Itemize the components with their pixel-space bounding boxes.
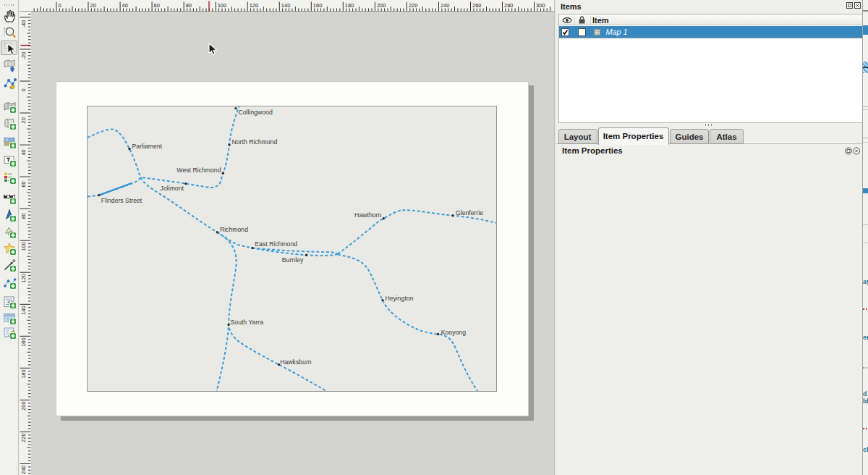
svg-text:140: 140 — [20, 306, 27, 315]
svg-text:240: 240 — [441, 2, 450, 9]
svg-text:100: 100 — [218, 2, 227, 9]
svg-text:0: 0 — [59, 2, 61, 9]
svg-text:South Yarra: South Yarra — [231, 319, 264, 326]
svg-text:Flinders Street: Flinders Street — [101, 197, 142, 204]
svg-text:Hawksburn: Hawksburn — [280, 358, 312, 366]
svg-text:260: 260 — [472, 2, 482, 9]
svg-text:240: 240 — [20, 465, 27, 474]
svg-text:80: 80 — [186, 2, 192, 9]
svg-text:Burnley: Burnley — [282, 256, 304, 264]
svg-text:100: 100 — [20, 242, 27, 251]
svg-text:160: 160 — [313, 2, 323, 9]
svg-text:120: 120 — [20, 274, 27, 283]
svg-text:Hawthorn: Hawthorn — [354, 211, 381, 219]
svg-text:Collingwood: Collingwood — [239, 109, 273, 116]
svg-text:220: 220 — [409, 2, 418, 9]
svg-text:East Richmond: East Richmond — [255, 240, 297, 248]
svg-text:Glenferrie: Glenferrie — [456, 209, 483, 217]
svg-text:180: 180 — [345, 2, 354, 9]
svg-text:140: 140 — [281, 2, 291, 9]
svg-text:280: 280 — [504, 2, 514, 9]
svg-text:Parliament: Parliament — [132, 143, 163, 150]
svg-text:160: 160 — [20, 337, 27, 347]
svg-text:Richmond: Richmond — [220, 226, 248, 233]
svg-text:180: 180 — [20, 369, 27, 379]
svg-text:120: 120 — [250, 2, 259, 9]
svg-text:West Richmond: West Richmond — [176, 167, 221, 174]
svg-text:40: 40 — [20, 149, 27, 155]
svg-text:Kooyong: Kooyong — [441, 329, 466, 336]
svg-text:Jolimont: Jolimont — [161, 185, 184, 192]
svg-text:North Richmond: North Richmond — [232, 138, 278, 146]
svg-text:-40: -40 — [20, 20, 27, 28]
svg-text:220: 220 — [20, 433, 27, 442]
svg-text:0: 0 — [20, 88, 27, 91]
svg-text:20: 20 — [20, 117, 27, 123]
svg-text:20: 20 — [90, 2, 96, 9]
svg-text:300: 300 — [536, 2, 545, 9]
svg-text:200: 200 — [20, 401, 27, 411]
svg-text:200: 200 — [377, 2, 386, 9]
svg-text:Heyington: Heyington — [385, 295, 413, 302]
svg-text:60: 60 — [154, 2, 160, 9]
svg-text:60: 60 — [20, 181, 27, 187]
svg-text:80: 80 — [20, 213, 27, 219]
svg-text:40: 40 — [122, 2, 128, 9]
svg-text:-20: -20 — [20, 52, 27, 60]
